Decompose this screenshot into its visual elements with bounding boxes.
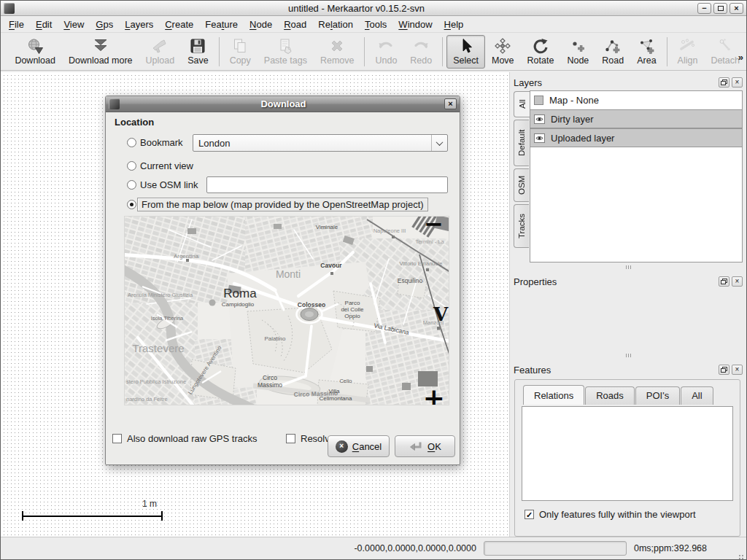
features-tab-roads[interactable]: Roads bbox=[585, 386, 635, 405]
layer-row-dirty-layer[interactable]: Dirty layer bbox=[530, 109, 742, 128]
svg-text:Trastevere: Trastevere bbox=[132, 342, 184, 354]
toolbar-button-move[interactable]: Move bbox=[485, 35, 521, 69]
svg-text:Esquilino: Esquilino bbox=[398, 277, 423, 284]
ok-button[interactable]: OK bbox=[395, 435, 455, 457]
toolbar-button-select[interactable]: Select bbox=[446, 35, 485, 69]
layer-row-map-none[interactable]: Map - None bbox=[530, 91, 742, 109]
features-tab-poi-s[interactable]: POI's bbox=[635, 386, 680, 405]
maximize-icon bbox=[718, 6, 724, 11]
toolbar-button-label: Download more bbox=[69, 55, 133, 66]
menu-item-help[interactable]: Help bbox=[438, 17, 470, 32]
toolbar-button-label: Undo bbox=[375, 55, 397, 66]
splitter-handle[interactable] bbox=[512, 262, 744, 271]
menu-item-create[interactable]: Create bbox=[159, 17, 199, 32]
radio-bookmark[interactable] bbox=[127, 138, 136, 147]
menu-item-layers[interactable]: Layers bbox=[119, 17, 159, 32]
eye-icon[interactable] bbox=[534, 133, 545, 143]
layers-title: Layers bbox=[514, 77, 716, 88]
toolbar-button-area[interactable]: Area bbox=[630, 35, 662, 69]
toolbar-button-rotate[interactable]: Rotate bbox=[521, 35, 561, 69]
layers-list[interactable]: Map - NoneDirty layerUploaded layer bbox=[530, 90, 743, 262]
toolbar-button-label: Remove bbox=[320, 55, 355, 66]
close-icon[interactable]: × bbox=[732, 365, 743, 375]
dialog-map-svg: ArgentinaViminaleNapoleone IIITermini - … bbox=[125, 217, 449, 405]
layer-row-uploaded-layer[interactable]: Uploaded layer bbox=[530, 128, 742, 147]
toolbar-button-redo: Redo bbox=[403, 35, 438, 69]
menu-item-node[interactable]: Node bbox=[244, 17, 278, 32]
toolbar-button-upload: Upload bbox=[139, 35, 182, 69]
osm-link-input[interactable] bbox=[206, 176, 448, 193]
menu-item-road[interactable]: Road bbox=[278, 17, 312, 32]
download-dialog: Download × Location Bookmark London Curr… bbox=[105, 96, 460, 465]
features-tab-relations[interactable]: Relations bbox=[523, 385, 584, 405]
minimize-button[interactable]: − bbox=[697, 3, 711, 14]
cancel-button[interactable]: × Cancel bbox=[328, 435, 390, 457]
zoom-in-button[interactable]: + bbox=[423, 392, 445, 405]
splitter-handle[interactable] bbox=[512, 351, 744, 359]
viewport-checkbox[interactable]: ✓ bbox=[525, 510, 534, 519]
layers-tab-all[interactable]: All bbox=[514, 91, 530, 117]
layers-tab-tracks[interactable]: Tracks bbox=[514, 204, 529, 248]
close-icon[interactable]: × bbox=[732, 77, 743, 88]
menu-item-window[interactable]: Window bbox=[392, 17, 438, 32]
menu-item-feature[interactable]: Feature bbox=[199, 17, 244, 32]
properties-header: Properties × bbox=[514, 275, 743, 288]
title-bar: untitled - Merkaartor v0.15.2-svn − × bbox=[1, 1, 746, 16]
copy-icon bbox=[231, 37, 249, 55]
features-title: Features bbox=[514, 365, 716, 376]
svg-text:Monti: Monti bbox=[276, 268, 301, 280]
performance-text: 0ms;ppm:392.968 bbox=[634, 543, 707, 553]
zoom-out-button[interactable]: − bbox=[424, 217, 444, 230]
menu-item-file[interactable]: File bbox=[3, 17, 30, 32]
dialog-close-button[interactable]: × bbox=[444, 98, 457, 109]
svg-text:Arenula Ministero Giustizia: Arenula Ministero Giustizia bbox=[128, 292, 193, 298]
layer-label: Dirty layer bbox=[551, 114, 594, 125]
layer-checkbox-icon[interactable] bbox=[534, 96, 543, 105]
bookmark-combobox[interactable]: London bbox=[193, 134, 448, 152]
select-icon bbox=[457, 37, 475, 55]
close-icon[interactable]: × bbox=[732, 276, 743, 287]
svg-text:del Colle: del Colle bbox=[341, 306, 364, 313]
layers-tab-osm[interactable]: OSM bbox=[514, 168, 529, 202]
resolve-relations-checkbox[interactable] bbox=[286, 434, 295, 443]
toolbar-button-label: Select bbox=[453, 55, 479, 66]
menu-item-tools[interactable]: Tools bbox=[359, 17, 392, 32]
toolbar-button-road[interactable]: Road bbox=[595, 35, 630, 69]
toolbar-overflow-button[interactable]: » bbox=[738, 52, 743, 63]
float-icon[interactable] bbox=[719, 365, 729, 375]
radio-from-map[interactable] bbox=[127, 200, 136, 209]
area-icon bbox=[638, 37, 655, 55]
dock-panel: Layers × AllDefaultOSMTracks Map - NoneD… bbox=[509, 72, 746, 537]
resize-grip[interactable] bbox=[736, 549, 743, 556]
maximize-button[interactable] bbox=[713, 3, 727, 14]
layers-tab-default[interactable]: Default bbox=[514, 120, 529, 166]
eye-icon[interactable] bbox=[534, 114, 545, 124]
gps-tracks-checkbox[interactable] bbox=[112, 434, 122, 443]
radio-current-view[interactable] bbox=[127, 161, 136, 171]
paste-tags-icon bbox=[276, 37, 294, 55]
close-button[interactable]: × bbox=[729, 3, 743, 14]
toolbar-button-label: Redo bbox=[410, 55, 432, 66]
dialog-map[interactable]: ArgentinaViminaleNapoleone IIITermini - … bbox=[124, 216, 449, 405]
float-icon[interactable] bbox=[719, 276, 729, 287]
toolbar-separator bbox=[442, 37, 443, 66]
toolbar-button-download[interactable]: Download bbox=[8, 35, 62, 69]
menu-item-edit[interactable]: Edit bbox=[30, 17, 58, 32]
svg-text:Palatino: Palatino bbox=[265, 335, 286, 342]
radio-use-osm-link[interactable] bbox=[127, 180, 136, 190]
toolbar-button-download-more[interactable]: Download more bbox=[62, 35, 139, 69]
features-tab-all[interactable]: All bbox=[681, 386, 713, 405]
float-icon[interactable] bbox=[719, 77, 729, 88]
detach-icon bbox=[716, 37, 734, 55]
menu-item-relation[interactable]: Relation bbox=[312, 17, 359, 32]
features-list[interactable] bbox=[522, 406, 733, 501]
toolbar-button-node[interactable]: Node bbox=[560, 35, 595, 69]
menu-item-gps[interactable]: Gps bbox=[90, 17, 119, 32]
features-frame: RelationsRoadsPOI'sAll ✓ Only features f… bbox=[514, 379, 740, 537]
svg-text:V: V bbox=[433, 303, 449, 325]
viewport-checkbox-label: Only features fully within the viewport bbox=[539, 509, 696, 520]
road-icon bbox=[604, 37, 622, 55]
dialog-title-bar[interactable]: Download × bbox=[106, 96, 460, 112]
menu-item-view[interactable]: View bbox=[58, 17, 90, 32]
toolbar-button-save[interactable]: Save bbox=[181, 35, 215, 69]
